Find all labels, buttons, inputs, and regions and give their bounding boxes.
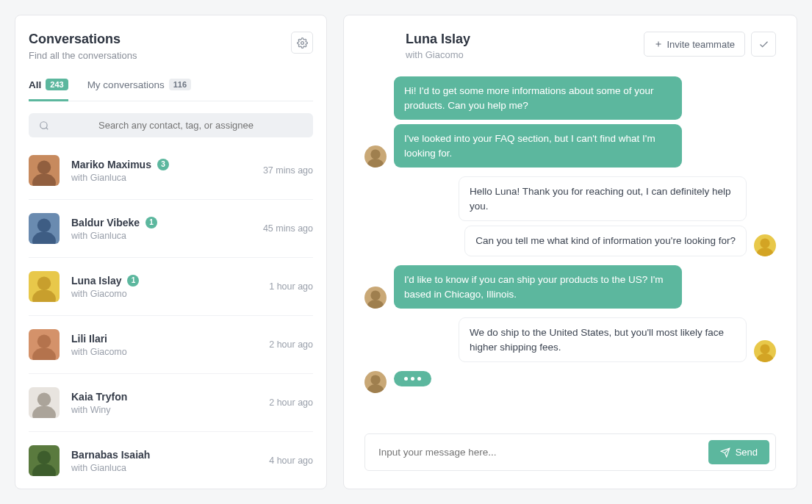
assignee-label: with Gianluca <box>71 231 251 241</box>
conversation-info: Mariko Maximus 3 with Gianluca <box>71 159 251 183</box>
search-icon <box>39 120 49 131</box>
conversation-tabs: All 243 My conversations 116 <box>29 79 313 101</box>
message-bubble: Can you tell me what kind of information… <box>464 226 747 256</box>
conversation-info: Kaia Tryfon with Winy <box>71 391 257 415</box>
message-group: Hi! I'd to get some more informations ab… <box>364 76 776 168</box>
tab-count-badge: 116 <box>169 79 191 90</box>
send-icon <box>720 447 730 458</box>
message-group: Hello Luna! Thank you for reaching out, … <box>364 176 776 256</box>
avatar <box>29 155 60 186</box>
messages-area: Hi! I'd to get some more informations ab… <box>364 76 776 423</box>
typing-indicator <box>394 371 431 386</box>
message-avatar <box>364 371 387 393</box>
conversation-time: 2 hour ago <box>269 397 313 408</box>
bubble-stack: Hi! I'd to get some more informations ab… <box>394 76 682 168</box>
svg-point-7 <box>37 219 51 232</box>
chat-actions: Invite teammate <box>644 32 777 57</box>
plus-icon <box>654 40 663 48</box>
svg-line-2 <box>46 127 48 129</box>
assignee-label: with Giacomo <box>71 347 257 357</box>
svg-point-33 <box>760 345 769 354</box>
message-bubble: I'd like to know if you can ship your pr… <box>394 265 682 309</box>
assignee-label: with Gianluca <box>71 463 257 473</box>
message-input[interactable] <box>378 447 701 458</box>
unread-badge: 1 <box>127 275 139 287</box>
svg-point-27 <box>760 238 769 248</box>
conversation-item[interactable]: Kaia Tryfon with Winy 2 hour ago <box>29 374 313 432</box>
svg-point-10 <box>37 277 51 290</box>
message-group: We do ship to the United States, but you… <box>364 317 776 362</box>
tab-my-conversations[interactable]: My conversations 116 <box>87 79 191 101</box>
message-avatar <box>364 145 387 168</box>
chat-title: Luna Islay <box>406 32 470 47</box>
assignee-label: with Winy <box>71 405 257 415</box>
sidebar-title: Conversations <box>29 32 137 47</box>
bubble-stack: Hello Luna! Thank you for reaching out, … <box>459 176 747 256</box>
conversation-time: 37 mins ago <box>263 165 313 176</box>
chat-subtitle: with Giacomo <box>406 49 470 60</box>
svg-point-24 <box>370 150 380 159</box>
conversation-item[interactable]: Baldur Vibeke 1 with Gianluca 45 mins ag… <box>29 200 313 258</box>
message-avatar <box>754 340 776 362</box>
avatar <box>29 329 60 360</box>
conversation-info: Baldur Vibeke 1 with Gianluca <box>71 217 251 241</box>
search-input[interactable] <box>49 120 303 131</box>
unread-badge: 3 <box>157 159 169 170</box>
message-bubble: Hello Luna! Thank you for reaching out, … <box>459 176 747 221</box>
contact-name: Kaia Tryfon <box>71 391 127 403</box>
conversation-time: 2 hour ago <box>269 339 313 350</box>
assignee-label: with Giacomo <box>71 289 257 299</box>
contact-name: Luna Islay <box>71 275 121 287</box>
tab-label: My conversations <box>87 79 165 90</box>
svg-point-19 <box>37 451 51 464</box>
bubble-stack <box>394 371 431 393</box>
conversation-info: Lili Ilari with Giacomo <box>71 333 257 357</box>
conversation-info: Barnabas Isaiah with Gianluca <box>71 449 257 473</box>
gear-icon <box>297 37 308 48</box>
contact-name: Mariko Maximus <box>71 159 151 170</box>
conversation-info: Luna Islay 1 with Giacomo <box>71 275 257 299</box>
conversation-list: Mariko Maximus 3 with Gianluca 37 mins a… <box>29 142 313 489</box>
svg-point-0 <box>301 41 303 44</box>
message-bubble: Hi! I'd to get some more informations ab… <box>394 76 682 120</box>
svg-point-16 <box>37 393 51 406</box>
svg-point-1 <box>40 121 47 128</box>
mark-done-button[interactable] <box>751 32 776 57</box>
conversation-item[interactable]: Mariko Maximus 3 with Gianluca 37 mins a… <box>29 142 313 200</box>
conversation-time: 4 hour ago <box>269 456 313 466</box>
message-bubble: I've looked into your FAQ section, but I… <box>394 124 682 168</box>
conversation-time: 45 mins ago <box>263 223 313 234</box>
message-bubble: We do ship to the United States, but you… <box>459 317 747 362</box>
avatar <box>29 271 60 302</box>
invite-teammate-button[interactable]: Invite teammate <box>644 32 746 57</box>
avatar <box>29 387 60 418</box>
send-label: Send <box>736 447 758 458</box>
unread-badge: 1 <box>145 217 157 228</box>
tab-all[interactable]: All 243 <box>29 79 68 101</box>
avatar <box>29 213 60 244</box>
conversation-item[interactable]: Luna Islay 1 with Giacomo 1 hour ago <box>29 258 313 316</box>
send-button[interactable]: Send <box>708 440 769 464</box>
settings-button[interactable] <box>291 32 313 54</box>
conversation-item[interactable]: Lili Ilari with Giacomo 2 hour ago <box>29 316 313 374</box>
svg-point-36 <box>370 375 380 385</box>
conversation-time: 1 hour ago <box>269 281 313 292</box>
message-group: I'd like to know if you can ship your pr… <box>364 265 776 309</box>
contact-name: Barnabas Isaiah <box>71 449 150 461</box>
chat-panel: Luna Islay with Giacomo Invite teammate … <box>343 15 797 489</box>
avatar <box>29 445 60 476</box>
sidebar-subtitle: Find all the conversations <box>29 50 137 61</box>
tab-count-badge: 243 <box>46 79 68 90</box>
svg-point-30 <box>370 290 380 300</box>
contact-name: Baldur Vibeke <box>71 217 140 228</box>
invite-label: Invite teammate <box>667 39 736 50</box>
sidebar-header: Conversations Find all the conversations <box>29 32 313 61</box>
message-group <box>364 371 776 393</box>
svg-point-4 <box>37 161 51 174</box>
search-field[interactable] <box>29 113 313 137</box>
conversation-item[interactable]: Barnabas Isaiah with Gianluca 4 hour ago <box>29 432 313 489</box>
message-avatar <box>364 287 387 309</box>
tab-label: All <box>29 79 41 90</box>
compose-bar: Send <box>364 433 776 471</box>
svg-point-13 <box>37 335 51 348</box>
